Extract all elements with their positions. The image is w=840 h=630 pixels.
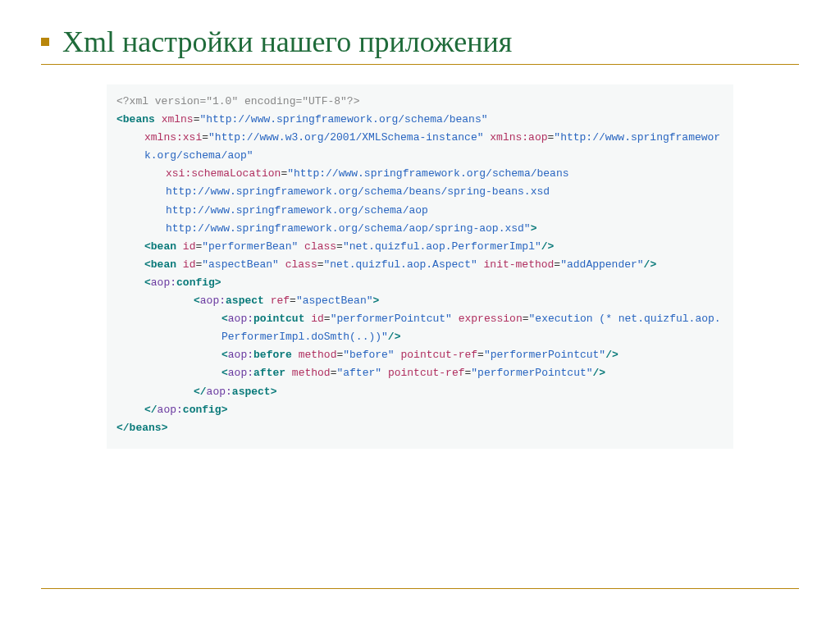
code-line: xmlns:xsi="http://www.w3.org/2001/XMLSch…	[116, 129, 724, 165]
page-title: Xml настройки нашего приложения	[62, 25, 512, 58]
code-line: <aop:pointcut id="performerPointcut" exp…	[116, 310, 724, 346]
title-bar: Xml настройки нашего приложения	[41, 25, 799, 65]
xml-code-block: <?xml version="1.0" encoding="UTF-8"?> <…	[107, 84, 733, 449]
code-line: <aop:before method="before" pointcut-ref…	[116, 346, 724, 364]
slide: Xml настройки нашего приложения <?xml ve…	[0, 0, 840, 630]
code-line: <beans xmlns="http://www.springframework…	[116, 111, 724, 129]
xml-decl: <?xml version="1.0" encoding="UTF-8"?>	[116, 95, 359, 107]
code-line: <bean id="performerBean" class="net.quiz…	[116, 238, 724, 256]
code-line: http://www.springframework.org/schema/ao…	[116, 202, 724, 220]
code-line: xsi:schemaLocation="http://www.springfra…	[116, 165, 724, 183]
footer-rule	[41, 588, 799, 589]
code-line: </aop:config>	[116, 401, 724, 419]
code-line: <bean id="aspectBean" class="net.quizful…	[116, 256, 724, 274]
code-line: http://www.springframework.org/schema/ao…	[116, 220, 724, 238]
code-line: </beans>	[116, 419, 724, 437]
code-line: <aop:after method="after" pointcut-ref="…	[116, 364, 724, 382]
accent-square-icon	[41, 38, 49, 46]
code-line: <aop:aspect ref="aspectBean">	[116, 292, 724, 310]
code-line: http://www.springframework.org/schema/be…	[116, 183, 724, 201]
code-line: </aop:aspect>	[116, 383, 724, 401]
code-line: <?xml version="1.0" encoding="UTF-8"?>	[116, 93, 724, 111]
code-line: <aop:config>	[116, 274, 724, 292]
